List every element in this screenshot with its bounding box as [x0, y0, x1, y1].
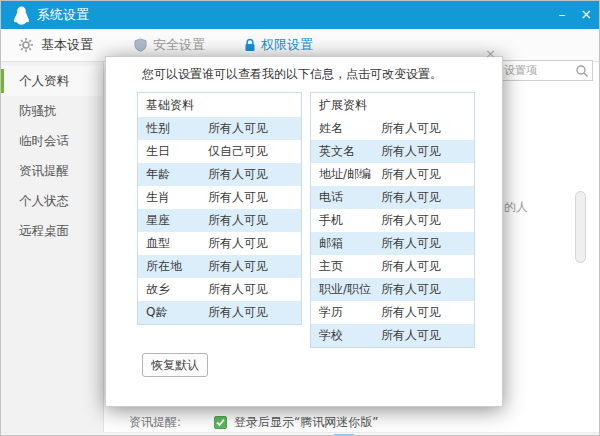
- privacy-settings-dialog: × 您可以设置谁可以查看我的以下信息，点击可改变设置。 基础资料 性别所有人可见…: [105, 56, 503, 407]
- extended-info-header: 扩展资料: [311, 93, 474, 117]
- dialog-intro-text: 您可以设置谁可以查看我的以下信息，点击可改变设置。: [142, 66, 442, 83]
- news-reminder-label: 资讯提醒:: [129, 413, 181, 432]
- visibility-value[interactable]: 所有人可见: [208, 163, 268, 186]
- field-label: 血型: [146, 232, 170, 255]
- window-title: 系统设置: [37, 1, 89, 29]
- visibility-value[interactable]: 所有人可见: [381, 140, 441, 163]
- field-label: 星座: [146, 209, 170, 232]
- field-label: 职业/职位: [319, 278, 371, 301]
- title-bar: 系统设置 – ×: [1, 1, 600, 29]
- sidebar-item-news-remind[interactable]: 资讯提醒: [1, 156, 103, 186]
- field-label: 姓名: [319, 117, 343, 140]
- row-location: 所在地所有人可见: [138, 255, 301, 278]
- sidebar-item-remote-desktop[interactable]: 远程桌面: [1, 216, 103, 246]
- field-label: 年龄: [146, 163, 170, 186]
- gear-icon: [19, 38, 33, 52]
- visibility-value[interactable]: 所有人可见: [381, 255, 441, 278]
- field-label: 生日: [146, 140, 170, 163]
- field-label: 主页: [319, 255, 343, 278]
- next-row-partial: [1, 432, 600, 436]
- visibility-value[interactable]: 所有人可见: [381, 232, 441, 255]
- visibility-value[interactable]: 所有人可见: [208, 117, 268, 140]
- news-reminder-row: 资讯提醒: 登录后显示“腾讯网迷你版”: [1, 413, 600, 432]
- visibility-value[interactable]: 所有人可见: [381, 163, 441, 186]
- sidebar-item-temp-session[interactable]: 临时会话: [1, 126, 103, 156]
- row-age: 年龄所有人可见: [138, 163, 301, 186]
- sidebar-item-profile[interactable]: 个人资料: [1, 66, 103, 96]
- visibility-value[interactable]: 所有人可见: [381, 301, 441, 324]
- basic-info-rows: 性别所有人可见 生日仅自己可见 年龄所有人可见 生肖所有人可见 星座所有人可见 …: [138, 117, 301, 324]
- restore-default-button[interactable]: 恢复默认: [142, 353, 208, 377]
- field-label: 故乡: [146, 278, 170, 301]
- row-address-zip: 地址/邮编所有人可见: [311, 163, 474, 186]
- visibility-value[interactable]: 仅自己可见: [208, 140, 268, 163]
- news-option-label: 登录后显示“腾讯网迷你版”: [234, 413, 378, 432]
- background-partial-text: 的人: [504, 199, 528, 216]
- extended-info-rows: 姓名所有人可见 英文名所有人可见 地址/邮编所有人可见 电话所有人可见 手机所有…: [311, 117, 474, 347]
- field-label: 学历: [319, 301, 343, 324]
- field-label: 生肖: [146, 186, 170, 209]
- dialog-close-icon[interactable]: ×: [485, 47, 496, 61]
- tab-basic-settings[interactable]: 基本设置: [19, 29, 93, 61]
- row-homepage: 主页所有人可见: [311, 255, 474, 278]
- row-mobile: 手机所有人可见: [311, 209, 474, 232]
- field-label: 所在地: [146, 255, 182, 278]
- row-hometown: 故乡所有人可见: [138, 278, 301, 301]
- row-education: 学历所有人可见: [311, 301, 474, 324]
- row-email: 邮箱所有人可见: [311, 232, 474, 255]
- minimize-button[interactable]: –: [549, 1, 575, 29]
- settings-sidebar: 个人资料 防骚扰 临时会话 资讯提醒 个人状态 远程桌面: [1, 62, 104, 436]
- close-button[interactable]: ×: [573, 1, 599, 29]
- row-phone: 电话所有人可见: [311, 186, 474, 209]
- qq-penguin-icon: [13, 6, 30, 25]
- row-name: 姓名所有人可见: [311, 117, 474, 140]
- row-birthday: 生日仅自己可见: [138, 140, 301, 163]
- row-blood-type: 血型所有人可见: [138, 232, 301, 255]
- visibility-value[interactable]: 所有人可见: [208, 209, 268, 232]
- settings-window: 系统设置 – × 基本设置 安全设置: [0, 0, 600, 436]
- visibility-value[interactable]: 所有人可见: [208, 232, 268, 255]
- row-zodiac: 生肖所有人可见: [138, 186, 301, 209]
- visibility-value[interactable]: 所有人可见: [208, 255, 268, 278]
- extended-info-table: 扩展资料 姓名所有人可见 英文名所有人可见 地址/邮编所有人可见 电话所有人可见…: [310, 92, 475, 348]
- row-occupation: 职业/职位所有人可见: [311, 278, 474, 301]
- field-label: 性别: [146, 117, 170, 140]
- visibility-value[interactable]: 所有人可见: [208, 301, 268, 324]
- news-checkbox[interactable]: [214, 416, 227, 429]
- field-label: 电话: [319, 186, 343, 209]
- visibility-value[interactable]: 所有人可见: [381, 209, 441, 232]
- search-icon[interactable]: [575, 64, 589, 78]
- visibility-value[interactable]: 所有人可见: [208, 186, 268, 209]
- visibility-value[interactable]: 所有人可见: [381, 117, 441, 140]
- check-icon: [215, 417, 226, 428]
- field-label: 手机: [319, 209, 343, 232]
- visibility-value[interactable]: 所有人可见: [381, 324, 441, 347]
- row-gender: 性别所有人可见: [138, 117, 301, 140]
- scrollbar-thumb[interactable]: [575, 191, 586, 263]
- lock-icon: [244, 38, 256, 52]
- tab-security-label: 安全设置: [153, 37, 205, 52]
- sidebar-item-personal-status[interactable]: 个人状态: [1, 186, 103, 216]
- row-q-age: Q龄所有人可见: [138, 301, 301, 324]
- tab-permission-label: 权限设置: [261, 37, 313, 52]
- visibility-value[interactable]: 所有人可见: [208, 278, 268, 301]
- field-label: Q龄: [146, 301, 167, 324]
- sidebar-item-anti-harass[interactable]: 防骚扰: [1, 96, 103, 126]
- basic-info-table: 基础资料 性别所有人可见 生日仅自己可见 年龄所有人可见 生肖所有人可见 星座所…: [137, 92, 302, 325]
- visibility-value[interactable]: 所有人可见: [381, 186, 441, 209]
- field-label: 地址/邮编: [319, 163, 371, 186]
- row-english-name: 英文名所有人可见: [311, 140, 474, 163]
- field-label: 学校: [319, 324, 343, 347]
- tab-basic-label: 基本设置: [41, 37, 93, 52]
- basic-info-header: 基础资料: [138, 93, 301, 117]
- field-label: 邮箱: [319, 232, 343, 255]
- visibility-value[interactable]: 所有人可见: [381, 278, 441, 301]
- row-school: 学校所有人可见: [311, 324, 474, 347]
- field-label: 英文名: [319, 140, 355, 163]
- shield-icon: [134, 38, 147, 52]
- row-constellation: 星座所有人可见: [138, 209, 301, 232]
